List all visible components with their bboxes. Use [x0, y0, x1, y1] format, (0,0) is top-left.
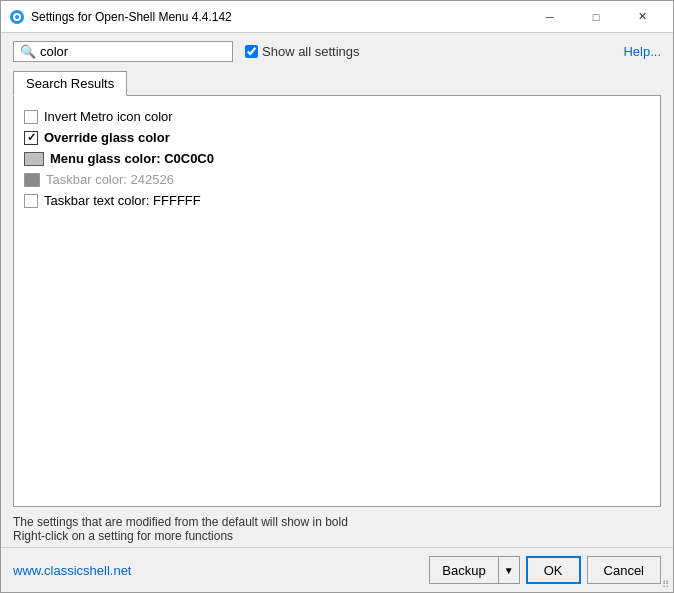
- maximize-button[interactable]: □: [573, 1, 619, 33]
- app-icon: [9, 9, 25, 25]
- override-glass-label: Override glass color: [44, 130, 170, 145]
- content-area: Invert Metro icon color ✓ Override glass…: [13, 95, 661, 507]
- backup-button[interactable]: Backup: [429, 556, 497, 584]
- backup-dropdown-arrow[interactable]: ▼: [498, 556, 520, 584]
- list-item[interactable]: Menu glass color: C0C0C0: [24, 148, 650, 169]
- status-line2: Right-click on a setting for more functi…: [13, 529, 661, 543]
- bottom-bar: www.classicshell.net Backup ▼ OK Cancel: [1, 547, 673, 592]
- search-wrapper: 🔍: [13, 41, 233, 62]
- search-input[interactable]: [40, 44, 220, 59]
- toolbar: 🔍 Show all settings Help...: [1, 33, 673, 70]
- menu-glass-color-swatch[interactable]: [24, 152, 44, 166]
- backup-group: Backup ▼: [429, 556, 519, 584]
- taskbar-text-color-checkbox[interactable]: [24, 194, 38, 208]
- list-item[interactable]: Taskbar color: 242526: [24, 169, 650, 190]
- invert-metro-label: Invert Metro icon color: [44, 109, 173, 124]
- taskbar-color-swatch[interactable]: [24, 173, 40, 187]
- status-bar: The settings that are modified from the …: [1, 507, 673, 547]
- invert-metro-checkbox[interactable]: [24, 110, 38, 124]
- classicshell-link[interactable]: www.classicshell.net: [13, 563, 132, 578]
- close-button[interactable]: ✕: [619, 1, 665, 33]
- list-item[interactable]: ✓ Override glass color: [24, 127, 650, 148]
- status-line1: The settings that are modified from the …: [13, 515, 661, 529]
- list-item[interactable]: Invert Metro icon color: [24, 106, 650, 127]
- main-window: Settings for Open-Shell Menu 4.4.142 ─ □…: [0, 0, 674, 593]
- show-all-settings-checkbox[interactable]: [245, 45, 258, 58]
- minimize-button[interactable]: ─: [527, 1, 573, 33]
- search-results-tab[interactable]: Search Results: [13, 71, 127, 96]
- tabs-area: Search Results: [1, 70, 673, 95]
- search-icon: 🔍: [20, 44, 36, 59]
- title-bar: Settings for Open-Shell Menu 4.4.142 ─ □…: [1, 1, 673, 33]
- cancel-button[interactable]: Cancel: [587, 556, 661, 584]
- list-item[interactable]: Taskbar text color: FFFFFF: [24, 190, 650, 211]
- settings-list: Invert Metro icon color ✓ Override glass…: [24, 106, 650, 211]
- taskbar-color-label: Taskbar color: 242526: [46, 172, 174, 187]
- show-all-settings-text: Show all settings: [262, 44, 360, 59]
- help-link[interactable]: Help...: [623, 44, 661, 59]
- override-glass-checkbox[interactable]: ✓: [24, 131, 38, 145]
- menu-glass-color-label: Menu glass color: C0C0C0: [50, 151, 214, 166]
- show-all-settings-label[interactable]: Show all settings: [245, 44, 360, 59]
- resize-handle[interactable]: ⠿: [662, 579, 669, 590]
- ok-button[interactable]: OK: [526, 556, 581, 584]
- svg-point-2: [15, 15, 19, 19]
- taskbar-text-color-label: Taskbar text color: FFFFFF: [44, 193, 201, 208]
- window-controls: ─ □ ✕: [527, 1, 665, 33]
- window-title: Settings for Open-Shell Menu 4.4.142: [31, 10, 527, 24]
